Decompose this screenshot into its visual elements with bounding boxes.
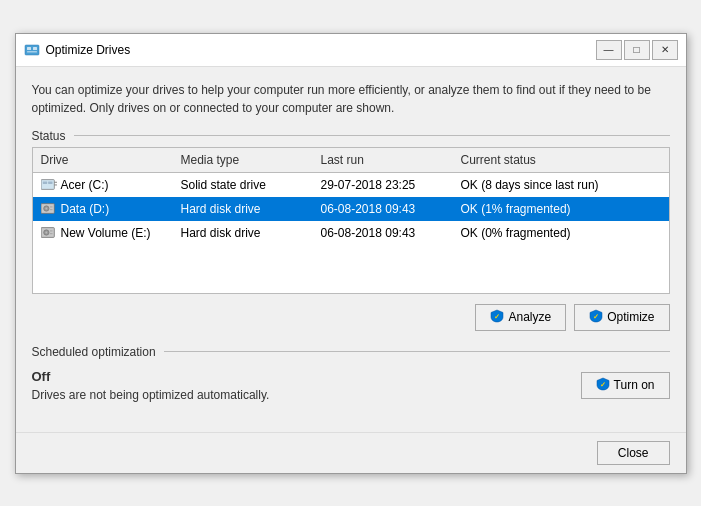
svg-rect-13 — [49, 209, 52, 210]
optimize-button[interactable]: ✓ Optimize — [574, 304, 669, 331]
svg-text:✓: ✓ — [494, 313, 500, 320]
close-window-button[interactable]: ✕ — [652, 40, 678, 60]
window-title: Optimize Drives — [46, 43, 596, 57]
sched-info: Off Drives are not being optimized autom… — [32, 363, 270, 402]
description-text: You can optimize your drives to help you… — [32, 81, 670, 117]
maximize-button[interactable]: □ — [624, 40, 650, 60]
svg-rect-12 — [49, 206, 52, 207]
status-cell: OK (0% fragmented) — [453, 223, 669, 243]
drive-name-cell: Acer (C:) — [33, 175, 173, 195]
sched-status: Off — [32, 369, 270, 384]
svg-text:✓: ✓ — [593, 313, 599, 320]
status-cell: OK (8 days since last run) — [453, 175, 669, 195]
scheduled-section-label: Scheduled optimization — [32, 345, 670, 359]
last-run-cell: 06-08-2018 09:43 — [313, 223, 453, 243]
status-section-label: Status — [32, 129, 670, 143]
col-header-status: Current status — [453, 150, 669, 170]
scheduled-row: Off Drives are not being optimized autom… — [32, 363, 670, 402]
optimize-drives-window: Optimize Drives — □ ✕ You can optimize y… — [15, 33, 687, 474]
svg-rect-2 — [33, 47, 37, 50]
hdd-icon — [41, 203, 57, 215]
svg-point-11 — [45, 208, 47, 210]
svg-text:✓: ✓ — [600, 381, 606, 388]
drive-action-buttons: ✓ Analyze ✓ Optimize — [32, 304, 670, 331]
shield-turnon-icon: ✓ — [596, 377, 610, 394]
main-content: You can optimize your drives to help you… — [16, 67, 686, 432]
drives-table: Drive Media type Last run Current status — [32, 147, 670, 294]
hdd-icon — [41, 227, 57, 239]
title-bar-controls: — □ ✕ — [596, 40, 678, 60]
drive-name: Acer (C:) — [61, 178, 109, 192]
turn-on-button[interactable]: ✓ Turn on — [581, 372, 670, 399]
drive-name-cell: Data (D:) — [33, 199, 173, 219]
table-row[interactable]: Acer (C:) Solid state drive 29-07-2018 2… — [33, 173, 669, 197]
col-header-drive: Drive — [33, 150, 173, 170]
window-icon — [24, 42, 40, 58]
svg-rect-5 — [42, 181, 46, 184]
svg-rect-0 — [25, 45, 39, 55]
shield-optimize-icon: ✓ — [589, 309, 603, 326]
shield-analyze-icon: ✓ — [490, 309, 504, 326]
svg-point-16 — [45, 232, 47, 234]
table-row[interactable]: Data (D:) Hard disk drive 06-08-2018 09:… — [33, 197, 669, 221]
title-bar: Optimize Drives — □ ✕ — [16, 34, 686, 67]
table-row[interactable]: New Volume (E:) Hard disk drive 06-08-20… — [33, 221, 669, 245]
table-header: Drive Media type Last run Current status — [33, 148, 669, 173]
status-cell: OK (1% fragmented) — [453, 199, 669, 219]
media-type-cell: Hard disk drive — [173, 223, 313, 243]
bottom-bar: Close — [16, 432, 686, 473]
media-type-cell: Hard disk drive — [173, 199, 313, 219]
sched-description: Drives are not being optimized automatic… — [32, 388, 270, 402]
close-button[interactable]: Close — [597, 441, 670, 465]
svg-rect-17 — [49, 230, 52, 231]
col-header-media: Media type — [173, 150, 313, 170]
svg-rect-4 — [41, 180, 54, 190]
svg-rect-1 — [27, 47, 31, 50]
svg-rect-6 — [48, 181, 52, 184]
optimize-label: Optimize — [607, 310, 654, 324]
scheduled-section: Scheduled optimization Off Drives are no… — [32, 345, 670, 402]
col-header-lastrun: Last run — [313, 150, 453, 170]
media-type-cell: Solid state drive — [173, 175, 313, 195]
svg-rect-3 — [27, 51, 37, 53]
last-run-cell: 06-08-2018 09:43 — [313, 199, 453, 219]
turn-on-label: Turn on — [614, 378, 655, 392]
ssd-icon — [41, 179, 57, 191]
drive-name: New Volume (E:) — [61, 226, 151, 240]
drive-name: Data (D:) — [61, 202, 110, 216]
last-run-cell: 29-07-2018 23:25 — [313, 175, 453, 195]
analyze-button[interactable]: ✓ Analyze — [475, 304, 566, 331]
svg-rect-18 — [49, 233, 52, 234]
analyze-label: Analyze — [508, 310, 551, 324]
table-body: Acer (C:) Solid state drive 29-07-2018 2… — [33, 173, 669, 293]
minimize-button[interactable]: — — [596, 40, 622, 60]
drive-name-cell: New Volume (E:) — [33, 223, 173, 243]
